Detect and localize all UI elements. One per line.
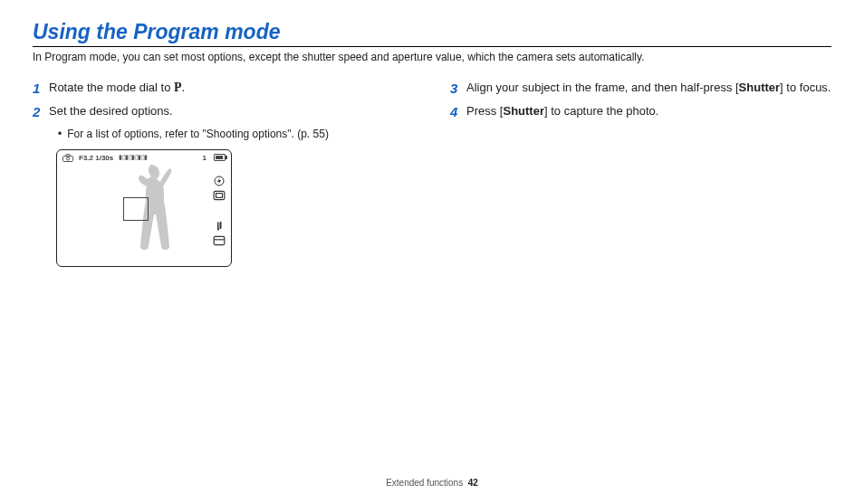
step-text: Set the desired options. bbox=[49, 103, 173, 119]
step-number: 1 bbox=[33, 80, 49, 98]
battery-icon bbox=[214, 154, 226, 161]
svg-rect-6 bbox=[214, 236, 225, 244]
mode-p-icon: P bbox=[174, 81, 182, 94]
step-2-note: For a list of options, refer to "Shootin… bbox=[58, 128, 414, 140]
step3-pre: Align your subject in the frame, and the… bbox=[466, 81, 739, 94]
shutter-keyword: Shutter bbox=[503, 104, 544, 118]
step-number: 4 bbox=[450, 103, 466, 121]
shots-remaining: 1 bbox=[203, 154, 206, 162]
step-text: Align your subject in the frame, and the… bbox=[466, 80, 830, 96]
step-text: Rotate the mode dial to P. bbox=[49, 80, 185, 97]
step3-post: ] to focus. bbox=[780, 81, 830, 94]
step-number: 3 bbox=[450, 80, 466, 98]
lcd-top-bar: F3.2 1/30s ▮▯▮▯▮▯▮▯▮ 1 bbox=[62, 154, 226, 162]
divider bbox=[33, 46, 831, 47]
step-2: 2 Set the desired options. bbox=[33, 103, 414, 121]
focus-frame bbox=[123, 197, 149, 221]
left-column: 1 Rotate the mode dial to P. 2 Set the d… bbox=[33, 80, 414, 267]
step1-pre: Rotate the mode dial to bbox=[49, 81, 174, 94]
footer-section: Extended functions bbox=[386, 478, 463, 488]
step-number: 2 bbox=[33, 103, 49, 121]
step-4: 4 Press [Shutter] to capture the photo. bbox=[450, 103, 831, 121]
svg-rect-5 bbox=[216, 193, 223, 197]
step1-post: . bbox=[182, 81, 186, 94]
intro-text: In Program mode, you can set most option… bbox=[33, 51, 831, 63]
camera-icon bbox=[62, 154, 73, 162]
exposure-readout: F3.2 1/30s bbox=[79, 154, 113, 162]
stabilizer-icon bbox=[213, 221, 226, 232]
step-3: 3 Align your subject in the frame, and t… bbox=[450, 80, 831, 98]
page-footer: Extended functions 42 bbox=[0, 478, 864, 488]
footer-page: 42 bbox=[468, 478, 478, 488]
lcd-right-icons bbox=[213, 176, 226, 246]
shutter-keyword: Shutter bbox=[739, 81, 781, 94]
content-columns: 1 Rotate the mode dial to P. 2 Set the d… bbox=[33, 80, 831, 267]
lcd-preview: F3.2 1/30s ▮▯▮▯▮▯▮▯▮ 1 bbox=[56, 149, 232, 267]
page-title: Using the Program mode bbox=[33, 20, 831, 44]
step4-post: ] to capture the photo. bbox=[544, 104, 658, 118]
svg-rect-1 bbox=[66, 154, 70, 157]
frame-icon bbox=[213, 190, 226, 201]
step-1: 1 Rotate the mode dial to P. bbox=[33, 80, 414, 98]
right-column: 3 Align your subject in the frame, and t… bbox=[450, 80, 831, 267]
display-icon bbox=[213, 235, 226, 246]
step4-pre: Press [ bbox=[466, 104, 503, 118]
ev-scale: ▮▯▮▯▮▯▮▯▮ bbox=[119, 154, 148, 161]
flash-icon bbox=[213, 176, 226, 186]
svg-point-2 bbox=[67, 157, 70, 160]
step-text: Press [Shutter] to capture the photo. bbox=[466, 103, 658, 119]
